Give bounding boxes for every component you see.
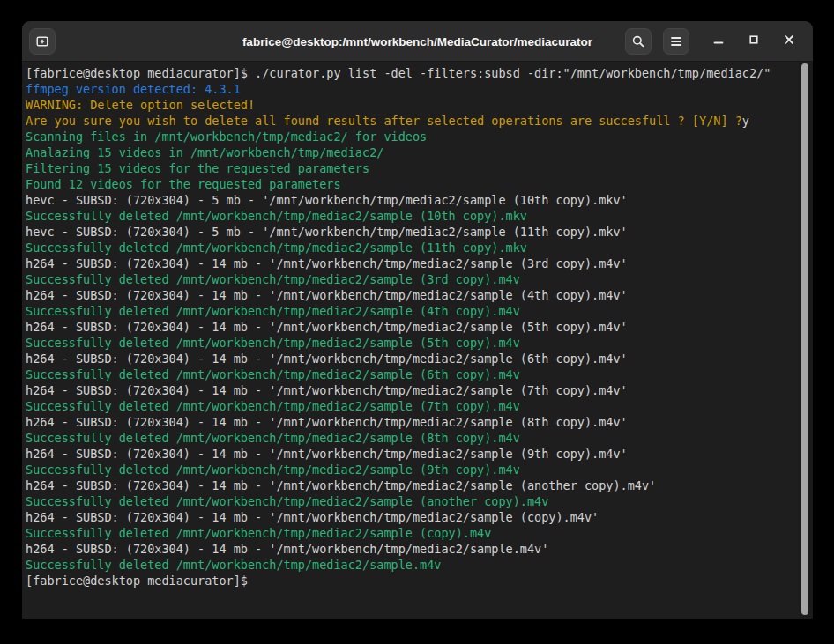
- terminal-window: fabrice@desktop:/mnt/workbench/MediaCura…: [22, 21, 813, 619]
- menu-button[interactable]: [663, 28, 689, 55]
- terminal-line: Successfully deleted /mnt/workbench/tmp/…: [26, 493, 813, 509]
- search-button[interactable]: [625, 28, 652, 55]
- terminal-line: h264 - SUBSD: (720x304) - 14 mb - '/mnt/…: [26, 319, 813, 335]
- terminal-line: Successfully deleted /mnt/workbench/tmp/…: [26, 525, 813, 541]
- terminal-line: hevc - SUBSD: (720x304) - 5 mb - '/mnt/w…: [26, 192, 813, 208]
- new-tab-button[interactable]: [29, 28, 56, 55]
- titlebar[interactable]: fabrice@desktop:/mnt/workbench/MediaCura…: [22, 21, 813, 62]
- minimize-icon: [712, 33, 725, 49]
- terminal-line: ffmpeg version detected: 4.3.1: [26, 81, 813, 97]
- terminal-line: [fabrice@desktop mediacurator]$ ./curato…: [26, 65, 813, 81]
- terminal-line: Successfully deleted /mnt/workbench/tmp/…: [26, 366, 813, 382]
- scrollbar-track: [799, 63, 813, 619]
- terminal-line: WARNING: Delete option selected!: [26, 97, 813, 113]
- terminal-line: Successfully deleted /mnt/workbench/tmp/…: [26, 335, 813, 351]
- terminal-line: Filtering 15 videos for the requested pa…: [26, 160, 813, 176]
- scrollbar-thumb[interactable]: [801, 63, 808, 615]
- terminal-line: h264 - SUBSD: (720x304) - 14 mb - '/mnt/…: [26, 414, 813, 430]
- terminal-line: Successfully deleted /mnt/workbench/tmp/…: [26, 303, 813, 319]
- terminal-line: h264 - SUBSD: (720x304) - 14 mb - '/mnt/…: [26, 541, 813, 557]
- new-tab-icon: [35, 34, 49, 48]
- terminal-line: h264 - SUBSD: (720x304) - 14 mb - '/mnt/…: [26, 509, 813, 525]
- terminal-line: Successfully deleted /mnt/workbench/tmp/…: [26, 462, 813, 477]
- terminal-output[interactable]: [fabrice@desktop mediacurator]$ ./curato…: [22, 63, 813, 619]
- terminal-line: Are you sure you wish to delete all foun…: [26, 113, 813, 129]
- terminal-line: Successfully deleted /mnt/workbench/tmp/…: [26, 240, 813, 255]
- terminal-line: h264 - SUBSD: (720x304) - 14 mb - '/mnt/…: [26, 382, 813, 398]
- terminal-line: Successfully deleted /mnt/workbench/tmp/…: [26, 430, 813, 446]
- search-icon: [631, 34, 645, 48]
- terminal-line: Found 12 videos for the requested parame…: [26, 176, 813, 192]
- close-icon: [783, 33, 795, 49]
- terminal-line: hevc - SUBSD: (720x304) - 5 mb - '/mnt/w…: [26, 224, 813, 240]
- terminal-line: Successfully deleted /mnt/workbench/tmp/…: [26, 557, 813, 573]
- terminal-line: [fabrice@desktop mediacurator]$: [26, 573, 813, 588]
- terminal-line: Successfully deleted /mnt/workbench/tmp/…: [26, 271, 813, 287]
- terminal-line: Successfully deleted /mnt/workbench/tmp/…: [26, 398, 813, 414]
- terminal-line: h264 - SUBSD: (720x304) - 14 mb - '/mnt/…: [26, 351, 813, 366]
- terminal-line: h264 - SUBSD: (720x304) - 14 mb - '/mnt/…: [26, 477, 813, 493]
- close-button[interactable]: [778, 31, 800, 52]
- terminal-line: Scanning files in /mnt/workbench/tmp/med…: [26, 129, 813, 144]
- hamburger-menu-icon: [670, 36, 682, 47]
- window-title: fabrice@desktop:/mnt/workbench/MediaCura…: [22, 21, 813, 62]
- terminal-line: h264 - SUBSD: (720x304) - 14 mb - '/mnt/…: [26, 255, 813, 271]
- terminal-line: h264 - SUBSD: (720x304) - 14 mb - '/mnt/…: [26, 446, 813, 462]
- minimize-button[interactable]: [708, 31, 729, 52]
- maximize-button[interactable]: [743, 31, 764, 52]
- terminal-line: Successfully deleted /mnt/workbench/tmp/…: [26, 208, 813, 224]
- maximize-icon: [748, 33, 760, 49]
- terminal-line: h264 - SUBSD: (720x304) - 14 mb - '/mnt/…: [26, 287, 813, 303]
- terminal-line: Analazing 15 videos in /mnt/workbench/tm…: [26, 144, 813, 160]
